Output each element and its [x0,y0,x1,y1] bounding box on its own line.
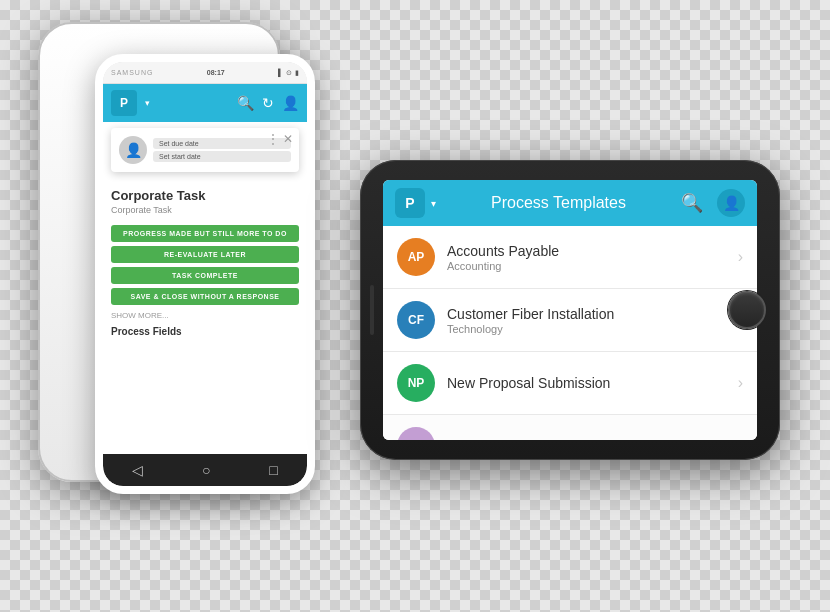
app-chevron[interactable]: ▾ [145,98,150,108]
search-icon[interactable]: 🔍 [237,95,254,111]
samsung-time: 08:17 [207,69,225,76]
context-avatar: 👤 [119,136,147,164]
iphone-app-logo[interactable]: P [395,188,425,218]
list-item-category-cf: Technology [447,323,726,335]
show-more-link[interactable]: SHOW MORE... [111,311,299,320]
sync-icon[interactable]: ↻ [262,95,274,111]
list-item-initials: CF [408,313,424,327]
more-options-icon[interactable]: ⋮ [267,132,279,146]
chevron-right-icon: › [738,437,743,440]
close-icon[interactable]: ✕ [283,132,293,146]
iphone-phone: P ▾ Process Templates 🔍 👤 AP Accounts Pa… [360,160,780,460]
list-item-name-cf: Customer Fiber Installation [447,306,726,322]
list-item-avatar-cf: CF [397,301,435,339]
task-title: Corporate Task [111,188,299,203]
list-item-avatar-ap: AP [397,238,435,276]
iphone-avatar[interactable]: 👤 [717,189,745,217]
iphone-side-button [370,285,374,335]
samsung-statusbar: SAMSUNG 08:17 ▌ ⊙ ▮ [103,62,307,84]
samsung-bottom-nav: ◁ ○ □ [103,454,307,486]
process-fields-title: Process Fields [111,326,299,337]
iphone-screen: P ▾ Process Templates 🔍 👤 AP Accounts Pa… [383,180,757,440]
list-item-text-cf: Customer Fiber Installation Technology [447,306,726,335]
appbar-action-icons: 🔍 ↻ 👤 [237,95,299,111]
iphone-screen-title: Process Templates [446,194,671,212]
set-start-date-option[interactable]: Set start date [153,151,291,162]
iphone-appbar: P ▾ Process Templates 🔍 👤 [383,180,757,226]
samsung-screen: SAMSUNG 08:17 ▌ ⊙ ▮ P ▾ 🔍 ↻ 👤 [103,62,307,486]
list-item-name-np: New Proposal Submission [447,375,726,391]
list-item-text-np: New Proposal Submission [447,375,726,392]
iphone-logo-chevron[interactable]: ▾ [431,198,436,209]
save-close-button[interactable]: SAVE & CLOSE WITHOUT A RESPONSE [111,288,299,305]
list-item-name-at: AutoTest [447,438,726,440]
iphone-appbar-icons: 🔍 👤 [681,189,745,217]
progress-button[interactable]: PROGRESS MADE BUT STILL MORE TO DO [111,225,299,242]
iphone-home-button[interactable] [728,291,766,329]
samsung-status-icons: ▌ ⊙ ▮ [278,69,299,77]
app-logo[interactable]: P [111,90,137,116]
context-menu: 👤 Set due date Set start date ⋮ ✕ [111,128,299,172]
list-item-initials: NP [408,376,425,390]
account-icon[interactable]: 👤 [282,95,299,111]
samsung-content: Corporate Task Corporate Task PROGRESS M… [103,178,307,347]
iphone-process-list: AP Accounts Payable Accounting › CF Cust… [383,226,757,440]
list-item[interactable]: CF Customer Fiber Installation Technolog… [383,289,757,352]
recent-nav-button[interactable]: □ [269,462,277,478]
list-item-avatar-np: NP [397,364,435,402]
list-item-text-at: AutoTest [447,438,726,440]
list-item-initials: AP [408,250,425,264]
wifi-icon: ⊙ [286,69,292,77]
list-item[interactable]: AP Accounts Payable Accounting › [383,226,757,289]
samsung-phone: SAMSUNG 08:17 ▌ ⊙ ▮ P ▾ 🔍 ↻ 👤 [95,54,315,494]
samsung-appbar: P ▾ 🔍 ↻ 👤 [103,84,307,122]
list-item-initials: AT [408,439,423,440]
task-subtitle: Corporate Task [111,205,299,215]
list-item-category-ap: Accounting [447,260,726,272]
chevron-right-icon: › [738,374,743,392]
list-item-avatar-at: AT [397,427,435,440]
list-item-text-ap: Accounts Payable Accounting [447,243,726,272]
list-item[interactable]: NP New Proposal Submission › [383,352,757,415]
battery-icon: ▮ [295,69,299,77]
samsung-phone-outer: SAMSUNG 08:17 ▌ ⊙ ▮ P ▾ 🔍 ↻ 👤 [38,22,280,482]
signal-icon: ▌ [278,69,283,76]
complete-button[interactable]: TASK COMPLETE [111,267,299,284]
list-item-name-ap: Accounts Payable [447,243,726,259]
samsung-brand-label: SAMSUNG [111,69,153,76]
home-nav-button[interactable]: ○ [202,462,210,478]
chevron-right-icon: › [738,248,743,266]
reevaluate-button[interactable]: RE-EVALUATE LATER [111,246,299,263]
iphone-search-icon[interactable]: 🔍 [681,192,703,214]
list-item[interactable]: AT AutoTest › [383,415,757,440]
back-nav-button[interactable]: ◁ [132,462,143,478]
